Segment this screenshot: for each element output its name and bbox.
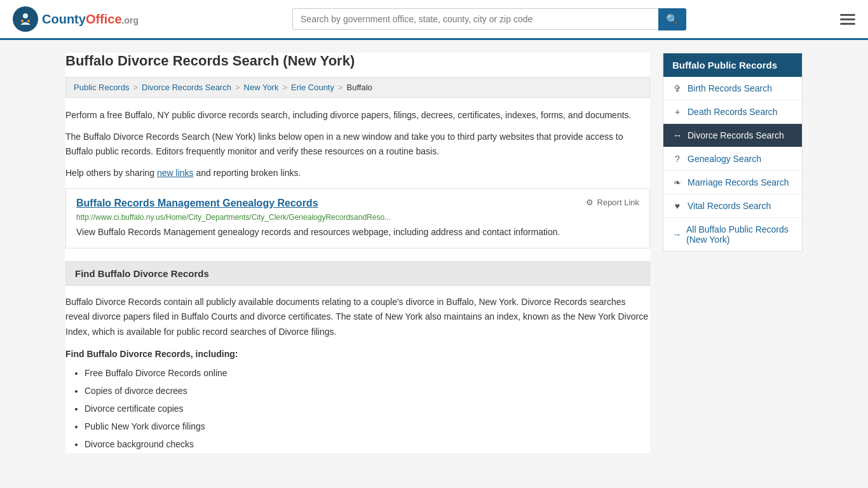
record-desc: View Buffalo Records Management genealog… (76, 226, 639, 239)
record-title: Buffalo Records Management Genealogy Rec… (76, 198, 318, 209)
help-text-after: and reporting broken links. (194, 168, 301, 178)
sidebar-icon-birth: ✞ (672, 83, 682, 93)
find-list-item: Copies of divorce decrees (85, 382, 650, 400)
logo-text: CountyOffice.org (42, 12, 139, 27)
find-list-item: Public New York divorce filings (85, 417, 650, 435)
sidebar-item-death[interactable]: + Death Records Search (663, 100, 802, 124)
svg-point-0 (17, 10, 34, 28)
breadcrumb-sep-1: > (133, 83, 138, 92)
breadcrumb: Public Records > Divorce Records Search … (65, 77, 650, 98)
find-section-body: Buffalo Divorce Records contain all publ… (65, 295, 650, 340)
breadcrumb-sep-3: > (282, 83, 287, 92)
logo-area: CountyOffice.org (13, 6, 139, 32)
record-header: Buffalo Records Management Genealogy Rec… (76, 198, 639, 209)
find-list-item: Divorce certificate copies (85, 400, 650, 417)
search-area: 🔍 (292, 8, 686, 30)
sidebar-label-vital: Vital Records Search (688, 201, 771, 211)
report-link-button[interactable]: ⚙ Report Link (586, 198, 639, 207)
menu-bar-2 (840, 18, 855, 20)
record-url: http://www.ci.buffalo.ny.us/Home/City_De… (76, 213, 639, 222)
svg-point-1 (23, 13, 28, 18)
sidebar-box: Buffalo Public Records ✞ Birth Records S… (663, 53, 803, 252)
sidebar-item-divorce[interactable]: ↔ Divorce Records Search (663, 124, 802, 147)
find-section-header: Find Buffalo Divorce Records (65, 261, 650, 286)
sidebar-icon-genealogy: ? (672, 154, 682, 164)
search-input[interactable] (292, 8, 658, 30)
breadcrumb-link-new-york[interactable]: New York (244, 83, 279, 92)
all-records-label: All Buffalo Public Records (New York) (686, 224, 793, 245)
description-1: Perform a free Buffalo, NY public divorc… (65, 108, 650, 122)
find-including-label: Find Buffalo Divorce Records, including: (65, 349, 650, 359)
sidebar-icon-marriage: ❧ (672, 177, 682, 187)
sidebar: Buffalo Public Records ✞ Birth Records S… (663, 53, 803, 453)
sidebar-icon-divorce: ↔ (672, 130, 682, 140)
menu-bar-3 (840, 23, 855, 25)
sidebar-label-divorce: Divorce Records Search (688, 130, 784, 140)
sidebar-items-container: ✞ Birth Records Search + Death Records S… (663, 77, 802, 218)
description-2: The Buffalo Divorce Records Search (New … (65, 130, 650, 158)
sidebar-icon-death: + (672, 107, 682, 117)
breadcrumb-link-erie-county[interactable]: Erie County (291, 83, 334, 92)
sidebar-icon-vital: ♥ (672, 201, 682, 211)
site-header: CountyOffice.org 🔍 (0, 0, 868, 40)
help-text-before: Help others by sharing (65, 168, 157, 178)
breadcrumb-sep-4: > (338, 83, 343, 92)
sidebar-item-birth[interactable]: ✞ Birth Records Search (663, 77, 802, 100)
breadcrumb-sep-2: > (235, 83, 240, 92)
menu-button[interactable] (840, 14, 855, 25)
sidebar-all-link[interactable]: → All Buffalo Public Records (New York) (663, 218, 802, 251)
logo-icon (13, 6, 38, 32)
main-container: Buffalo Divorce Records Search (New York… (53, 40, 815, 466)
breadcrumb-current: Buffalo (347, 83, 372, 92)
all-records-icon: → (672, 229, 681, 240)
find-section: Find Buffalo Divorce Records Buffalo Div… (65, 261, 650, 453)
record-entry: Buffalo Records Management Genealogy Rec… (65, 188, 650, 248)
main-content: Buffalo Divorce Records Search (New York… (65, 53, 650, 453)
menu-bar-1 (840, 14, 855, 16)
search-icon: 🔍 (666, 14, 679, 25)
help-text: Help others by sharing new links and rep… (65, 166, 650, 180)
sidebar-label-genealogy: Genealogy Search (688, 154, 761, 164)
sidebar-title: Buffalo Public Records (663, 53, 802, 77)
breadcrumb-link-divorce-records[interactable]: Divorce Records Search (142, 83, 231, 92)
sidebar-label-death: Death Records Search (688, 107, 778, 117)
report-icon: ⚙ (586, 198, 593, 207)
page-title: Buffalo Divorce Records Search (New York… (65, 53, 650, 69)
find-list: Free Buffalo Divorce Records onlineCopie… (65, 364, 650, 453)
sidebar-label-marriage: Marriage Records Search (688, 177, 789, 187)
sidebar-item-marriage[interactable]: ❧ Marriage Records Search (663, 171, 802, 194)
svg-point-3 (27, 20, 30, 22)
sidebar-item-vital[interactable]: ♥ Vital Records Search (663, 194, 802, 218)
find-list-item: Free Buffalo Divorce Records online (85, 364, 650, 382)
sidebar-label-birth: Birth Records Search (688, 83, 772, 93)
search-button[interactable]: 🔍 (658, 8, 686, 30)
breadcrumb-link-public-records[interactable]: Public Records (74, 83, 129, 92)
record-title-link[interactable]: Buffalo Records Management Genealogy Rec… (76, 198, 318, 208)
sidebar-item-genealogy[interactable]: ? Genealogy Search (663, 147, 802, 171)
new-links-link[interactable]: new links (157, 168, 194, 178)
report-label: Report Link (597, 198, 639, 207)
svg-point-2 (21, 20, 24, 22)
find-list-item: Divorce background checks (85, 435, 650, 453)
